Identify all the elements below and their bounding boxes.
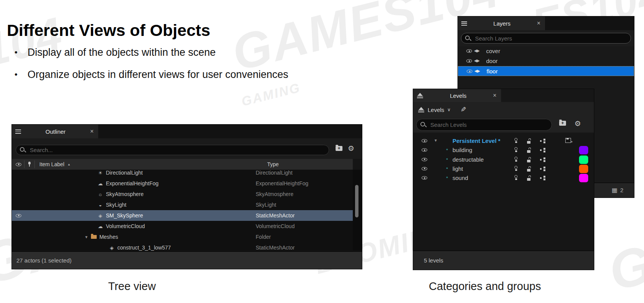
level-color-swatch[interactable]: [579, 165, 588, 173]
watermark: 104: [0, 6, 68, 77]
eye-icon[interactable]: [422, 139, 427, 143]
blueprint-icon[interactable]: [540, 176, 545, 180]
table-row[interactable]: ◒SkyLight SkyLight: [12, 199, 353, 210]
eye-icon[interactable]: [467, 70, 472, 73]
outliner-list: ☀DirectionalLight DirectionalLight ☁Expo…: [12, 170, 353, 251]
layer-name: cover: [486, 48, 500, 54]
static-mesh-icon: ◈: [97, 213, 103, 219]
blueprint-icon[interactable]: [540, 148, 545, 152]
gear-icon[interactable]: ⚙: [574, 120, 581, 127]
levels-panel: Levels × Levels ∨ ✎ ⚙ ▼ Persistent Level…: [413, 89, 594, 270]
level-name: building: [453, 147, 472, 153]
lighting-icon[interactable]: [514, 138, 518, 144]
lighting-icon[interactable]: [514, 147, 518, 153]
vertical-scrollbar[interactable]: [355, 185, 358, 217]
search-input[interactable]: [474, 35, 605, 42]
level-name: destructable: [453, 156, 484, 163]
create-folder-icon[interactable]: [336, 146, 342, 151]
eye-icon[interactable]: [466, 49, 472, 53]
close-icon[interactable]: ×: [493, 92, 496, 99]
layer-row[interactable]: ◆ door: [458, 56, 634, 66]
layer-row-selected[interactable]: ◆ floor: [458, 66, 634, 76]
column-type[interactable]: Type: [267, 161, 279, 167]
lighting-icon[interactable]: [514, 175, 518, 181]
eye-icon[interactable]: [422, 158, 427, 161]
levels-dropdown-label: Levels: [428, 107, 444, 113]
item-label: SkyAtmosphere: [106, 191, 144, 197]
bullet-marker: •: [15, 70, 18, 79]
search-input[interactable]: [29, 146, 274, 154]
expand-caret-icon[interactable]: ▼: [434, 138, 438, 143]
level-row[interactable]: ● light: [413, 164, 594, 173]
blueprint-icon[interactable]: [540, 139, 545, 143]
level-row[interactable]: ▼ Persistent Level *: [413, 136, 594, 146]
eye-icon[interactable]: [16, 214, 21, 217]
item-type: DirectionalLight: [256, 170, 293, 176]
close-icon[interactable]: ×: [537, 20, 540, 26]
table-row[interactable]: ☼SkyAtmosphere SkyAtmosphere: [12, 189, 353, 199]
level-color-swatch[interactable]: [579, 156, 588, 164]
folder-icon: [91, 235, 97, 239]
unlock-icon[interactable]: [527, 166, 532, 172]
item-type: SkyAtmosphere: [256, 191, 294, 197]
tab-label: Levels: [450, 92, 466, 99]
eye-icon[interactable]: [422, 176, 427, 180]
table-row[interactable]: ☁ExponentialHeightFog ExponentialHeightF…: [12, 178, 353, 189]
table-row[interactable]: ☁VolumetricCloud VolumetricCloud: [12, 221, 353, 232]
unlock-icon[interactable]: [527, 147, 532, 153]
eye-icon[interactable]: [422, 148, 427, 152]
lighting-icon[interactable]: [514, 166, 518, 172]
volumetric-cloud-icon: ☁: [97, 224, 103, 229]
unlock-icon[interactable]: [527, 175, 532, 181]
levels-search-box[interactable]: [416, 119, 552, 131]
item-label: SM_SkySphere: [106, 212, 143, 219]
table-row[interactable]: ☀DirectionalLight DirectionalLight: [12, 170, 353, 178]
level-row[interactable]: ● building: [413, 146, 594, 155]
close-icon[interactable]: ×: [90, 128, 94, 134]
bullet-text: Display all of the objects within the sc…: [28, 47, 216, 58]
eye-icon[interactable]: [422, 167, 427, 170]
save-icon[interactable]: [565, 138, 571, 143]
sky-light-icon: ◒: [97, 202, 103, 208]
unlock-icon[interactable]: [527, 157, 532, 162]
level-row[interactable]: ● sound: [413, 173, 594, 183]
visibility-column-eye-icon[interactable]: [16, 163, 21, 166]
blueprint-icon[interactable]: [540, 157, 545, 162]
level-name: light: [453, 165, 463, 172]
table-row-selected[interactable]: ◈SM_SkySphere StaticMeshActor: [12, 210, 353, 221]
level-name: sound: [453, 175, 468, 181]
lighting-icon[interactable]: [514, 157, 518, 162]
layers-tabstrip: Layers ×: [458, 16, 634, 30]
level-dot-icon: ●: [446, 147, 448, 151]
edit-icon[interactable]: ✎: [461, 105, 466, 114]
item-label: VolumetricCloud: [106, 223, 145, 229]
search-icon: [465, 36, 471, 41]
expand-caret-icon[interactable]: ▼: [84, 235, 88, 239]
level-name: Persistent Level *: [453, 138, 500, 144]
gear-icon[interactable]: ⚙: [348, 145, 354, 152]
pin-column-icon[interactable]: [28, 162, 31, 167]
table-row[interactable]: ◈construct_3_1_low577 StaticMeshActor: [12, 242, 353, 251]
level-row[interactable]: ● destructable: [413, 155, 594, 164]
tab-outliner[interactable]: Outliner ×: [12, 125, 98, 138]
tab-layers[interactable]: Layers ×: [458, 16, 545, 30]
create-folder-icon[interactable]: [559, 121, 566, 126]
levels-dropdown-button[interactable]: Levels ∨: [418, 107, 451, 113]
blueprint-icon[interactable]: [540, 167, 545, 171]
search-input[interactable]: [430, 121, 533, 128]
level-dot-icon: ●: [446, 157, 448, 161]
item-label: DirectionalLight: [106, 170, 143, 176]
level-color-swatch[interactable]: [579, 174, 588, 182]
search-icon: [20, 147, 26, 153]
level-color-swatch[interactable]: [579, 146, 588, 154]
eye-icon[interactable]: [466, 59, 472, 63]
outliner-search-box[interactable]: [16, 145, 329, 155]
column-item-label[interactable]: Item Label: [39, 161, 64, 167]
unlock-icon[interactable]: [527, 138, 532, 144]
layers-search-box[interactable]: [461, 33, 631, 44]
bullet-marker: •: [15, 47, 18, 57]
table-row[interactable]: ▼Meshes Folder: [12, 232, 353, 242]
item-type: VolumetricCloud: [256, 223, 295, 229]
tab-levels[interactable]: Levels ×: [413, 89, 501, 102]
layer-row[interactable]: ◆ cover: [458, 46, 634, 56]
